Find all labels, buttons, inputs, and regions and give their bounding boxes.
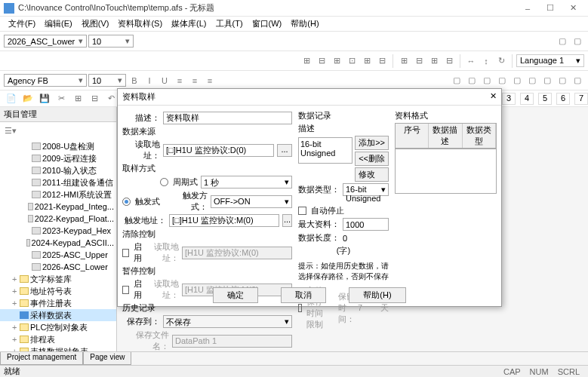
tool-b-icon[interactable]: ▢: [571, 35, 584, 48]
menu-help[interactable]: 帮助(H): [286, 18, 323, 29]
align-left-icon[interactable]: ⊞: [300, 54, 313, 68]
align-top-icon[interactable]: ⊡: [345, 54, 359, 68]
tree-item[interactable]: +事件注册表: [0, 297, 116, 309]
obj-a-icon[interactable]: ▢: [450, 74, 463, 87]
obj-d-icon[interactable]: ▢: [495, 74, 509, 87]
modify-button[interactable]: 修改: [355, 167, 389, 182]
open-icon[interactable]: 📂: [21, 92, 35, 106]
menu-window[interactable]: 窗口(W): [248, 18, 287, 29]
font-family[interactable]: Agency FB▾: [4, 74, 87, 87]
tree-item[interactable]: 2025-ASC_Upper: [0, 249, 116, 261]
trig-mode-select[interactable]: OFF->ON▾: [211, 195, 292, 208]
read-addr-input[interactable]: [163, 144, 274, 157]
project-tree[interactable]: 2008-U盘检测2009-远程连接2010-输入状态2011-组建设备通信20…: [0, 139, 116, 377]
align-right-icon[interactable]: ⊞: [330, 54, 343, 68]
tree-item[interactable]: 2012-HMI系统设置: [0, 188, 116, 201]
align-bot-icon[interactable]: ⊟: [375, 54, 389, 68]
auto-stop-checkbox[interactable]: [298, 207, 306, 215]
obj-h-icon[interactable]: ▢: [556, 74, 569, 87]
ok-button[interactable]: 确定: [213, 287, 258, 303]
tree-item[interactable]: 2023-Keypad_Hex: [0, 225, 116, 237]
periodic-radio[interactable]: [160, 178, 168, 186]
sidebar-tool-icon[interactable]: ☰▾: [4, 124, 17, 137]
state-5[interactable]: 5: [538, 93, 552, 105]
size-w-icon[interactable]: ⊞: [427, 54, 441, 68]
tree-item[interactable]: 2011-组建设备通信: [0, 176, 116, 188]
tree-item[interactable]: 2024-Keypad_ASCII...: [0, 237, 116, 249]
menu-media[interactable]: 媒体库(L): [167, 18, 211, 29]
help-button[interactable]: 帮助(H): [349, 287, 405, 303]
tree-item[interactable]: 2022-Keypad_Float...: [0, 213, 116, 225]
pause-enable-checkbox[interactable]: [122, 286, 129, 294]
talign-left-icon[interactable]: ≡: [173, 74, 186, 87]
new-icon[interactable]: 📄: [5, 92, 18, 106]
obj-b-icon[interactable]: ▢: [465, 74, 479, 87]
tree-item[interactable]: 2009-远程连接: [0, 152, 116, 164]
menu-file[interactable]: 文件(F): [4, 18, 40, 29]
tree-item[interactable]: 2026-ASC_Lower: [0, 261, 116, 273]
menu-view[interactable]: 视图(V): [77, 18, 114, 29]
undo-icon[interactable]: ↶: [104, 92, 118, 106]
tree-item[interactable]: +排程表: [0, 333, 116, 345]
font-size[interactable]: 10▾: [88, 74, 126, 87]
tree-item[interactable]: +PLC控制对象表: [0, 321, 116, 333]
read-addr-browse[interactable]: ...: [277, 144, 292, 157]
cut-icon[interactable]: ✂: [54, 92, 68, 106]
window-selector[interactable]: 2026_ASC_Lower▾: [4, 35, 87, 48]
flip-v-icon[interactable]: ↕: [479, 54, 493, 68]
flip-h-icon[interactable]: ↔: [464, 54, 478, 68]
tool-a-icon[interactable]: ▢: [556, 35, 569, 48]
state-3[interactable]: 3: [502, 93, 516, 105]
size-h-icon[interactable]: ⊟: [442, 54, 456, 68]
language-selector[interactable]: Language 1▾: [516, 54, 584, 67]
record-listbox[interactable]: 16-bit Unsigned: [298, 137, 352, 164]
trigger-radio[interactable]: [122, 198, 131, 206]
dist-v-icon[interactable]: ⊟: [412, 54, 426, 68]
tree-item[interactable]: 2010-输入状态: [0, 164, 116, 176]
save-icon[interactable]: 💾: [38, 92, 51, 106]
save-to-select[interactable]: 不保存▾: [163, 315, 292, 328]
dist-h-icon[interactable]: ⊞: [397, 54, 411, 68]
rotate-icon[interactable]: ↻: [494, 54, 508, 68]
paste-icon[interactable]: ⊟: [88, 92, 101, 106]
tree-item[interactable]: +地址符号表: [0, 285, 116, 297]
tree-item[interactable]: 2008-U盘检测: [0, 140, 116, 152]
trig-addr-browse[interactable]: ...: [282, 214, 292, 227]
menu-tools[interactable]: 工具(T): [211, 18, 248, 29]
close-button[interactable]: ✕: [562, 3, 584, 13]
time-limit-checkbox[interactable]: [298, 304, 302, 312]
clear-enable-checkbox[interactable]: [122, 249, 129, 257]
obj-f-icon[interactable]: ▢: [525, 74, 539, 87]
tab-project-management[interactable]: Project management: [0, 352, 83, 365]
talign-right-icon[interactable]: ≡: [203, 74, 217, 87]
dialog-close-button[interactable]: ✕: [490, 91, 497, 103]
desc-input[interactable]: [163, 112, 292, 124]
italic-icon[interactable]: I: [143, 74, 156, 87]
format-grid[interactable]: [395, 149, 497, 194]
obj-c-icon[interactable]: ▢: [480, 74, 494, 87]
menu-sample[interactable]: 资料取样(S): [113, 18, 167, 29]
minimize-button[interactable]: –: [516, 4, 539, 13]
dtype-select[interactable]: 16-bit Unsigned▾: [343, 183, 389, 196]
tab-page-view[interactable]: Page view: [83, 352, 131, 365]
tree-item[interactable]: 采样数据表: [0, 309, 116, 321]
obj-i-icon[interactable]: ▢: [571, 74, 584, 87]
state-6[interactable]: 6: [556, 93, 570, 105]
tree-item[interactable]: +文字标签库: [0, 273, 116, 285]
add-button[interactable]: 添加>>: [355, 136, 389, 150]
delete-button[interactable]: <<删除: [355, 152, 389, 166]
state-7[interactable]: 7: [574, 93, 588, 105]
state-4[interactable]: 4: [520, 93, 534, 105]
bold-icon[interactable]: B: [128, 74, 141, 87]
copy-icon[interactable]: ⊞: [71, 92, 85, 106]
zoom-selector[interactable]: 10▾: [88, 35, 134, 48]
align-center-icon[interactable]: ⊟: [315, 54, 328, 68]
cancel-button[interactable]: 取消: [281, 287, 326, 303]
periodic-select[interactable]: 1 秒▾: [201, 176, 292, 188]
align-mid-icon[interactable]: ⊞: [360, 54, 374, 68]
tree-item[interactable]: 2021-Keypad_Integ...: [0, 201, 116, 213]
max-input[interactable]: [343, 218, 389, 231]
trig-addr-input[interactable]: [169, 214, 279, 227]
maximize-button[interactable]: ☐: [539, 3, 562, 13]
underline-icon[interactable]: U: [158, 74, 171, 87]
